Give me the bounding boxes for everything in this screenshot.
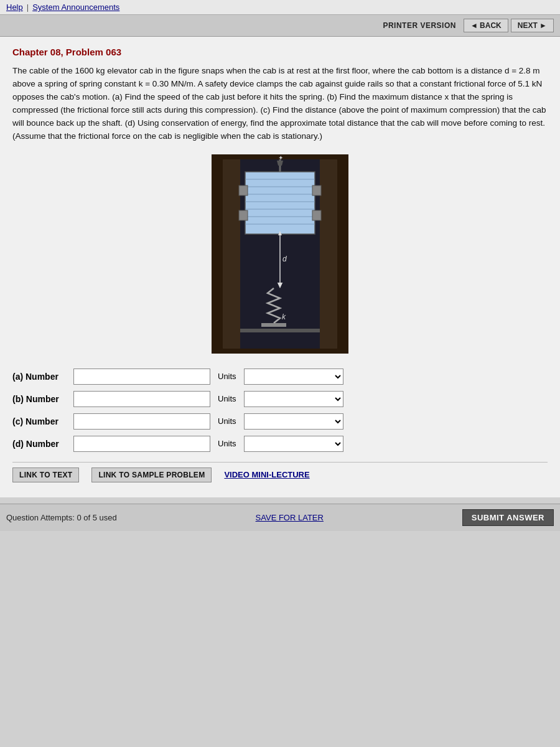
label-c: (c) Number [12,416,68,426]
svg-text:k: k [282,312,286,321]
input-a[interactable] [73,369,210,385]
svg-rect-15 [312,186,321,195]
svg-rect-14 [239,210,248,220]
figure-area: ✦ d k [12,154,548,354]
chapter-title: Chapter 08, Problem 063 [12,47,548,57]
main-content: Chapter 08, Problem 063 The cable of the… [0,37,560,497]
svg-rect-26 [240,329,320,332]
top-bar: Help | System Announcements [0,0,560,15]
bottom-links: LINK TO TEXT LINK TO SAMPLE PROBLEM VIDE… [12,462,548,487]
back-button[interactable]: ◄ BACK [464,19,508,32]
units-select-c[interactable]: m/s m J [244,413,343,430]
help-link[interactable]: Help [6,2,23,12]
svg-rect-25 [261,323,286,327]
answer-row-d: (d) Number Units m/s m J [12,436,548,452]
save-for-later-link[interactable]: SAVE FOR LATER [256,513,324,522]
units-label-b: Units [218,394,236,403]
elevator-diagram: ✦ d k [212,154,348,354]
svg-text:✦: ✦ [278,154,283,161]
svg-rect-16 [312,210,321,220]
attempts-label: Question Attempts: 0 of 5 used [6,513,117,522]
answer-row-c: (c) Number Units m/s m J [12,413,548,430]
answer-section: (a) Number Units m/s m J (b) Number Unit… [12,369,548,452]
next-button[interactable]: NEXT ► [511,19,554,32]
answer-row-b: (b) Number Units m/s m J [12,391,548,407]
footer-bar: Question Attempts: 0 of 5 used SAVE FOR … [0,504,560,531]
separator1: | [27,2,29,12]
answer-row-a: (a) Number Units m/s m J [12,369,548,385]
svg-rect-13 [239,186,248,195]
printer-version-label: PRINTER VERSION [383,21,456,30]
link-to-sample-button[interactable]: LINK TO SAMPLE PROBLEM [91,467,212,482]
units-select-b[interactable]: m/s m J [244,391,343,407]
units-select-d[interactable]: m/s m J [244,436,343,452]
input-d[interactable] [73,436,210,452]
svg-rect-5 [245,172,315,234]
submit-answer-button[interactable]: SUBMIT ANSWER [462,509,554,526]
units-label-c: Units [218,416,236,426]
svg-rect-2 [223,159,240,349]
label-b: (b) Number [12,394,68,404]
svg-text:d: d [282,255,287,263]
link-to-text-button[interactable]: LINK TO TEXT [12,467,79,482]
header-row: PRINTER VERSION ◄ BACK NEXT ► [0,15,560,37]
problem-text: The cable of the 1600 kg elevator cab in… [12,65,548,143]
units-label-a: Units [218,372,236,381]
svg-rect-3 [320,159,337,349]
label-d: (d) Number [12,439,68,449]
input-b[interactable] [73,391,210,407]
label-a: (a) Number [12,372,68,382]
units-select-a[interactable]: m/s m J [244,369,343,385]
announcements-link[interactable]: System Announcements [32,2,119,12]
video-mini-lecture-link[interactable]: VIDEO MINI-LECTURE [224,470,309,479]
units-label-d: Units [218,439,236,448]
input-c[interactable] [73,413,210,430]
